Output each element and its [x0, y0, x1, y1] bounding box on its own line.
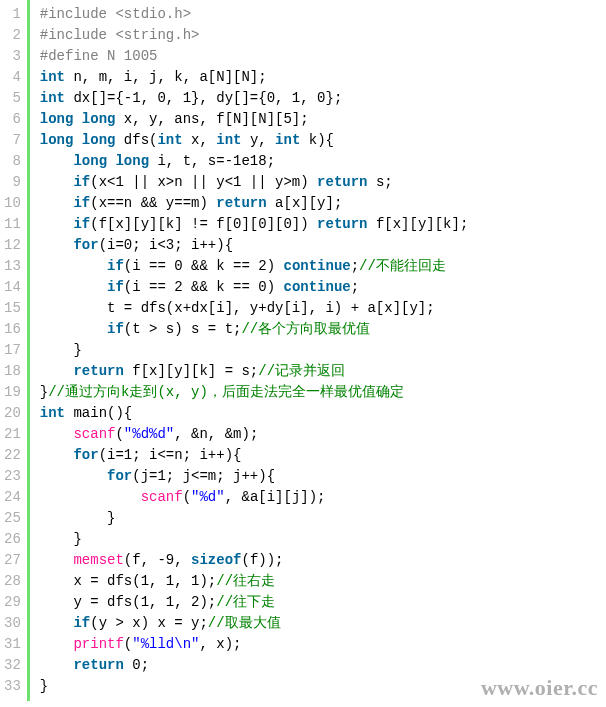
token-plain	[40, 216, 74, 232]
line-number: 11	[4, 214, 21, 235]
token-plain: s;	[368, 174, 393, 190]
token-plain: ;	[351, 279, 359, 295]
token-plain	[40, 279, 107, 295]
line-number: 12	[4, 235, 21, 256]
line-number: 33	[4, 676, 21, 697]
code-line: int n, m, i, j, k, a[N][N];	[40, 67, 469, 88]
code-line: scanf("%d", &a[i][j]);	[40, 487, 469, 508]
line-number: 8	[4, 151, 21, 172]
line-number: 5	[4, 88, 21, 109]
token-plain: f[x][y][k];	[368, 216, 469, 232]
token-plain: x,	[183, 132, 217, 148]
token-plain	[40, 657, 74, 673]
token-kw: if	[107, 279, 124, 295]
token-cmt: //记录并返回	[258, 363, 345, 379]
token-kw: int	[40, 69, 65, 85]
token-kw: int	[275, 132, 300, 148]
token-cmt: //往右走	[216, 573, 275, 589]
token-plain: (t > s) s = t;	[124, 321, 242, 337]
token-plain: 0;	[124, 657, 149, 673]
token-plain: , &n, &m);	[174, 426, 258, 442]
token-plain	[40, 237, 74, 253]
line-number: 14	[4, 277, 21, 298]
code-line: if(x<1 || x>n || y<1 || y>m) return s;	[40, 172, 469, 193]
token-kw: for	[73, 237, 98, 253]
code-line: if(i == 0 && k == 2) continue;//不能往回走	[40, 256, 469, 277]
code-content[interactable]: #include <stdio.h>#include <string.h>#de…	[30, 0, 469, 701]
line-number: 28	[4, 571, 21, 592]
token-plain	[40, 363, 74, 379]
line-number: 1	[4, 4, 21, 25]
token-plain: (i=0; i<3; i++){	[99, 237, 233, 253]
token-kw: long	[40, 111, 74, 127]
code-line: #include <stdio.h>	[40, 4, 469, 25]
token-cmt: //通过方向k走到(x, y)，后面走法完全一样最优值确定	[48, 384, 404, 400]
token-plain	[40, 636, 74, 652]
line-number-gutter: 1234567891011121314151617181920212223242…	[0, 0, 30, 701]
token-plain: y = dfs(1, 1, 2);	[40, 594, 216, 610]
token-cmt: //不能往回走	[359, 258, 446, 274]
token-plain	[40, 552, 74, 568]
code-line: scanf("%d%d", &n, &m);	[40, 424, 469, 445]
token-plain: i, t, s=-1e18;	[149, 153, 275, 169]
token-plain: n, m, i, j, k, a[N][N];	[65, 69, 267, 85]
line-number: 4	[4, 67, 21, 88]
token-kw: long	[115, 153, 149, 169]
line-number: 23	[4, 466, 21, 487]
token-plain	[40, 258, 107, 274]
token-plain: t = dfs(x+dx[i], y+dy[i], i) + a[x][y];	[40, 300, 435, 316]
code-line: }//通过方向k走到(x, y)，后面走法完全一样最优值确定	[40, 382, 469, 403]
line-number: 18	[4, 361, 21, 382]
line-number: 3	[4, 46, 21, 67]
token-plain	[40, 321, 107, 337]
code-line: if(y > x) x = y;//取最大值	[40, 613, 469, 634]
token-plain: main(){	[65, 405, 132, 421]
code-line: long long i, t, s=-1e18;	[40, 151, 469, 172]
line-number: 17	[4, 340, 21, 361]
line-number: 24	[4, 487, 21, 508]
line-number: 25	[4, 508, 21, 529]
line-number: 20	[4, 403, 21, 424]
line-number: 31	[4, 634, 21, 655]
token-kw: sizeof	[191, 552, 241, 568]
token-str: "%lld\n"	[132, 636, 199, 652]
code-line: }	[40, 676, 469, 697]
code-line: for(i=1; i<=n; i++){	[40, 445, 469, 466]
token-kw: long	[82, 132, 116, 148]
token-kw: long	[73, 153, 107, 169]
token-plain: }	[40, 384, 48, 400]
token-cmt: //取最大值	[208, 615, 281, 631]
token-plain: (f[x][y][k] != f[0][0][0])	[90, 216, 317, 232]
code-line: for(j=1; j<=m; j++){	[40, 466, 469, 487]
code-line: }	[40, 340, 469, 361]
token-kw: long	[40, 132, 74, 148]
token-plain: (x<1 || x>n || y<1 || y>m)	[90, 174, 317, 190]
token-str: "%d%d"	[124, 426, 174, 442]
token-plain: (j=1; j<=m; j++){	[132, 468, 275, 484]
token-plain: dfs(	[115, 132, 157, 148]
token-plain: x = dfs(1, 1, 1);	[40, 573, 216, 589]
token-plain: (f));	[241, 552, 283, 568]
code-line: for(i=0; i<3; i++){	[40, 235, 469, 256]
line-number: 30	[4, 613, 21, 634]
token-plain	[40, 468, 107, 484]
code-line: x = dfs(1, 1, 1);//往右走	[40, 571, 469, 592]
token-plain	[73, 132, 81, 148]
code-line: return 0;	[40, 655, 469, 676]
token-plain: x, y, ans, f[N][N][5];	[115, 111, 308, 127]
token-cmt: //各个方向取最优值	[241, 321, 370, 337]
code-block: 1234567891011121314151617181920212223242…	[0, 0, 606, 701]
token-plain	[40, 615, 74, 631]
token-plain: }	[40, 342, 82, 358]
token-kw: return	[216, 195, 266, 211]
code-line: printf("%lld\n", x);	[40, 634, 469, 655]
token-plain	[40, 489, 141, 505]
token-kw: if	[73, 216, 90, 232]
token-plain: (i=1; i<=n; i++){	[99, 447, 242, 463]
code-line: memset(f, -9, sizeof(f));	[40, 550, 469, 571]
code-line: if(i == 2 && k == 0) continue;	[40, 277, 469, 298]
code-line: #define N 1005	[40, 46, 469, 67]
token-func: printf	[73, 636, 123, 652]
token-kw: int	[216, 132, 241, 148]
token-plain: k){	[300, 132, 334, 148]
